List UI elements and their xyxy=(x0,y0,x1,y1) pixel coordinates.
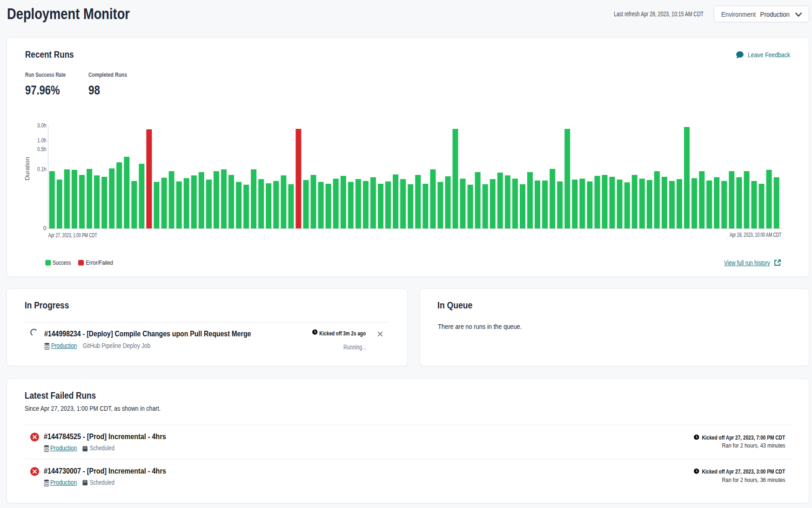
svg-text:Error/Failed: Error/Failed xyxy=(86,259,114,266)
svg-text:Apr 28, 2023, 10:00 AM CDT: Apr 28, 2023, 10:00 AM CDT xyxy=(730,231,782,238)
svg-text:Success: Success xyxy=(53,259,71,266)
svg-text:0.1h: 0.1h xyxy=(37,166,47,173)
svg-text:0: 0 xyxy=(43,225,47,232)
svg-text:0.5h: 0.5h xyxy=(37,146,47,153)
svg-text:Duration: Duration xyxy=(24,157,31,180)
svg-text:1.0h: 1.0h xyxy=(37,137,47,144)
svg-text:Apr 27, 2023, 1:00 PM CDT: Apr 27, 2023, 1:00 PM CDT xyxy=(48,232,97,239)
svg-text:3.0h: 3.0h xyxy=(37,122,47,129)
